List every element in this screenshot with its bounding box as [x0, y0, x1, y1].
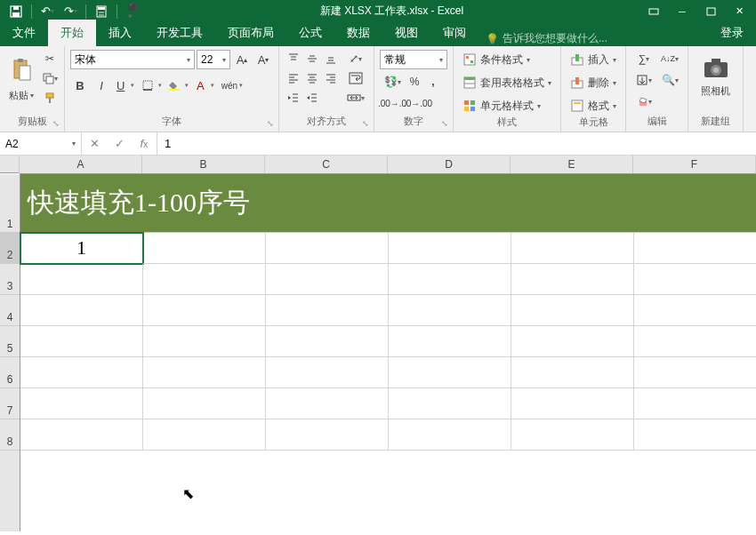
camera-button[interactable] [702, 55, 730, 83]
cell[interactable] [389, 233, 511, 264]
cell[interactable] [511, 295, 634, 326]
cell[interactable] [511, 419, 634, 451]
tab-file[interactable]: 文件 [0, 20, 48, 46]
cell[interactable] [143, 233, 266, 264]
cell[interactable] [20, 264, 143, 295]
paste-button[interactable] [5, 50, 37, 89]
row-header-7[interactable]: 7 [0, 388, 20, 419]
cut-icon[interactable]: ✂ [41, 50, 59, 68]
delete-cells-button[interactable]: 删除▾ [567, 73, 620, 92]
cell[interactable] [266, 326, 389, 357]
align-center-icon[interactable] [303, 69, 321, 87]
clipboard-launcher-icon[interactable]: ⤡ [50, 117, 62, 130]
table-format-button[interactable]: 套用表格格式▾ [459, 73, 555, 92]
cell[interactable] [20, 326, 143, 357]
font-launcher-icon[interactable]: ⤡ [264, 117, 277, 130]
col-header-b[interactable]: B [142, 156, 265, 173]
minimize-icon[interactable]: ─ [669, 2, 696, 21]
tab-insert[interactable]: 插入 [96, 20, 144, 46]
name-box[interactable]: A2▾ [0, 132, 82, 155]
login-button[interactable]: 登录 [708, 20, 756, 46]
cell[interactable] [389, 357, 511, 388]
sort-filter-icon[interactable]: A↓Z▾ [657, 50, 682, 68]
comma-icon[interactable]: , [424, 73, 442, 91]
tab-data[interactable]: 数据 [334, 20, 382, 46]
italic-icon[interactable]: I [92, 76, 111, 95]
select-all-icon[interactable] [0, 156, 20, 173]
tab-review[interactable]: 审阅 [430, 20, 479, 46]
col-header-e[interactable]: E [511, 156, 633, 173]
col-header-c[interactable]: C [265, 156, 388, 173]
fill-icon[interactable]: ▾ [631, 71, 656, 89]
cell[interactable] [266, 419, 389, 451]
decrease-decimal-icon[interactable]: .0→.00 [406, 94, 430, 112]
align-left-icon[interactable] [285, 69, 302, 87]
col-header-f[interactable]: F [633, 156, 756, 173]
increase-decimal-icon[interactable]: .00→.0 [380, 94, 405, 112]
align-bottom-icon[interactable] [322, 50, 340, 68]
cell[interactable] [511, 233, 634, 264]
accounting-format-icon[interactable]: 💱▾ [380, 73, 405, 91]
tab-home[interactable]: 开始 [48, 20, 96, 46]
font-family-select[interactable]: 宋体▾ [70, 50, 195, 69]
cell[interactable] [20, 388, 143, 419]
cell[interactable] [20, 295, 143, 326]
cell[interactable] [143, 295, 266, 326]
tab-developer[interactable]: 开发工具 [144, 20, 215, 46]
cell[interactable] [20, 357, 143, 388]
tab-view[interactable]: 视图 [382, 20, 430, 46]
wrap-text-icon[interactable] [343, 69, 368, 87]
customize-qat-icon[interactable]: ⚫▾ [122, 2, 143, 21]
enter-formula-icon[interactable]: ✓ [107, 137, 132, 150]
row-header-5[interactable]: 5 [0, 326, 20, 357]
row-header-6[interactable]: 6 [0, 357, 20, 388]
cell[interactable] [634, 326, 756, 357]
align-top-icon[interactable] [285, 50, 302, 68]
number-format-select[interactable]: 常规▾ [380, 50, 447, 69]
align-middle-icon[interactable] [303, 50, 321, 68]
font-size-select[interactable]: 22▾ [197, 50, 230, 69]
align-right-icon[interactable] [322, 69, 340, 87]
undo-icon[interactable]: ↶▾ [36, 2, 58, 21]
cell[interactable] [143, 357, 266, 388]
cell[interactable] [266, 388, 389, 419]
row-header-8[interactable]: 8 [0, 419, 20, 451]
maximize-icon[interactable] [697, 2, 724, 21]
cell[interactable] [266, 295, 389, 326]
row-header-4[interactable]: 4 [0, 295, 20, 326]
redo-icon[interactable]: ↷▾ [60, 2, 81, 21]
paste-label[interactable]: 粘贴▾ [9, 89, 34, 102]
cell-styles-button[interactable]: 单元格样式▾ [459, 96, 555, 116]
copy-icon[interactable]: ▾ [41, 69, 59, 87]
merge-center-icon[interactable]: ▾ [343, 89, 368, 107]
insert-cells-button[interactable]: 插入▾ [567, 50, 620, 69]
cell-a2[interactable]: 1 [20, 233, 143, 264]
bold-icon[interactable]: B [70, 76, 90, 95]
cell[interactable] [389, 295, 511, 326]
fill-color-icon[interactable]: ▾ [166, 76, 191, 95]
cell[interactable] [389, 326, 511, 357]
phonetic-icon[interactable]: wén▾ [220, 76, 245, 95]
cell[interactable] [634, 264, 756, 295]
fx-icon[interactable]: fx [132, 137, 157, 150]
row-header-3[interactable]: 3 [0, 264, 20, 295]
decrease-indent-icon[interactable] [285, 89, 302, 107]
tab-formulas[interactable]: 公式 [286, 20, 334, 46]
font-color-icon[interactable]: A▾ [193, 76, 218, 95]
cell[interactable] [634, 419, 756, 451]
format-cells-button[interactable]: 格式▾ [567, 96, 620, 116]
cell[interactable] [511, 357, 634, 388]
cell[interactable] [143, 264, 266, 295]
format-painter-icon[interactable] [41, 89, 59, 107]
underline-icon[interactable]: U▾ [113, 76, 138, 95]
clear-icon[interactable]: ▾ [631, 92, 656, 110]
decrease-font-icon[interactable]: A▾ [253, 50, 273, 69]
increase-indent-icon[interactable] [303, 89, 321, 107]
cell[interactable] [634, 295, 756, 326]
orientation-icon[interactable]: ⤢▾ [343, 50, 368, 68]
alignment-launcher-icon[interactable]: ⤡ [359, 117, 372, 130]
formula-input[interactable]: 1 [157, 132, 756, 155]
cell[interactable] [511, 388, 634, 419]
cell[interactable] [634, 233, 756, 264]
conditional-format-button[interactable]: 条件格式▾ [459, 50, 555, 69]
